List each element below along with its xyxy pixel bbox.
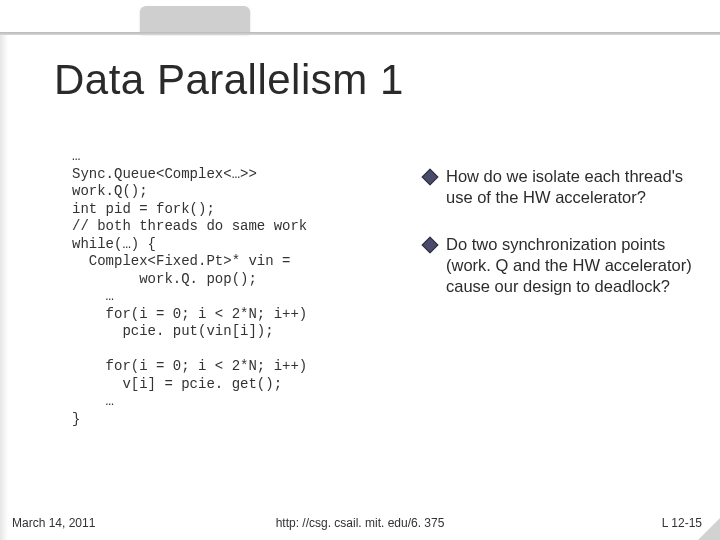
slide: Data Parallelism 1 … Sync.Queue<Complex<… xyxy=(0,0,720,540)
bullet-list: How do we isolate each thread's use of t… xyxy=(424,166,694,324)
bullet-text: How do we isolate each thread's use of t… xyxy=(446,166,694,208)
bullet-item: Do two synchronization points (work. Q a… xyxy=(424,234,694,297)
code-block: … Sync.Queue<Complex<…>> work.Q(); int p… xyxy=(72,148,412,428)
diamond-bullet-icon xyxy=(422,237,439,254)
footer-url: http: //csg. csail. mit. edu/6. 375 xyxy=(0,516,720,530)
slide-header-decoration xyxy=(0,0,720,36)
slide-title: Data Parallelism 1 xyxy=(54,56,404,104)
diamond-bullet-icon xyxy=(422,169,439,186)
page-curl-icon xyxy=(698,518,720,540)
footer-page: L 12-15 xyxy=(662,516,702,530)
header-tab-decoration xyxy=(140,6,250,34)
bullet-text: Do two synchronization points (work. Q a… xyxy=(446,234,694,297)
bullet-item: How do we isolate each thread's use of t… xyxy=(424,166,694,208)
left-edge-shadow xyxy=(0,35,8,540)
